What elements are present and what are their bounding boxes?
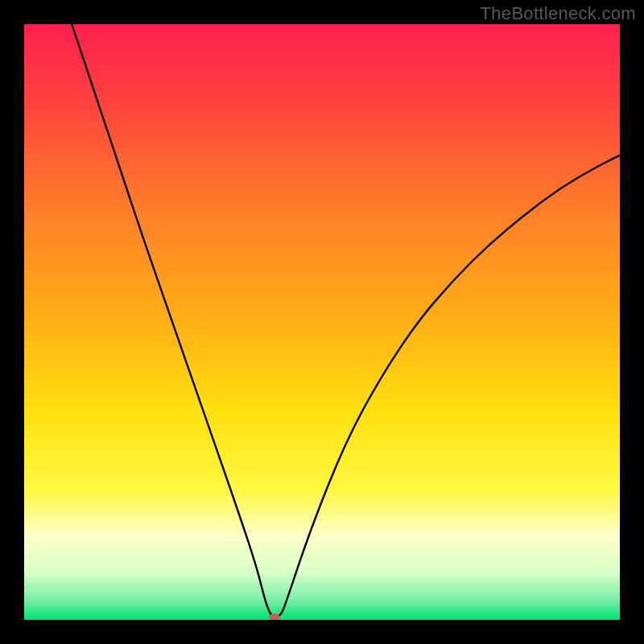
plot-area	[24, 24, 620, 620]
optimal-point-marker	[269, 613, 280, 620]
watermark-text: TheBottleneck.com	[481, 3, 636, 24]
chart-frame: TheBottleneck.com	[0, 0, 644, 644]
gradient-background	[24, 24, 620, 620]
plot-svg	[24, 24, 620, 620]
